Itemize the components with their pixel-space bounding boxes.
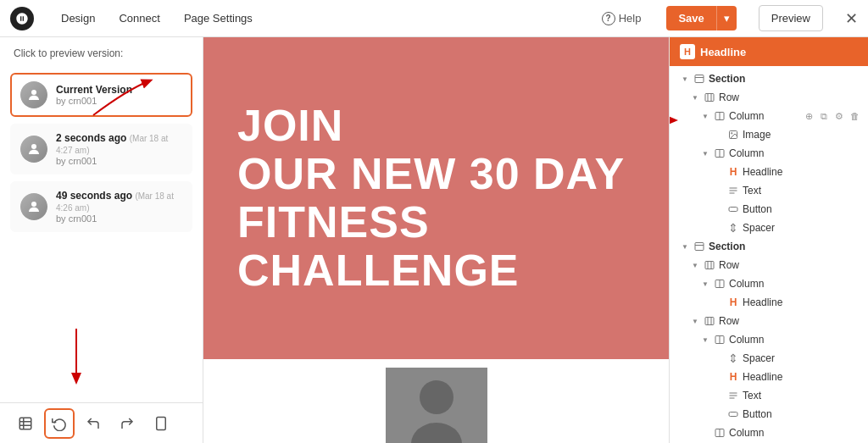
element-tree: ▼ Section ▼ Row ▼ (670, 66, 868, 443)
preview-button[interactable]: Preview (759, 5, 823, 31)
close-button[interactable]: ✕ (845, 9, 858, 28)
tree-headline-3[interactable]: H Headline (670, 368, 868, 386)
tree-image-1[interactable]: Image (670, 125, 868, 144)
topbar: Design Connect Page Settings ? Help Save… (0, 0, 868, 37)
redo-button[interactable] (112, 408, 142, 439)
tree-col-4[interactable]: ▼ Column (670, 330, 868, 349)
svg-point-10 (420, 380, 453, 414)
version-by-current: by crn001 (56, 96, 182, 106)
svg-rect-3 (19, 418, 31, 429)
save-dropdown-button[interactable]: ▾ (716, 6, 737, 30)
svg-rect-34 (705, 318, 714, 325)
history-button[interactable] (44, 408, 75, 439)
tree-spacer-1[interactable]: ⇕ Spacer (670, 219, 868, 237)
svg-point-2 (31, 202, 36, 207)
tree-headline-2[interactable]: H Headline (670, 293, 868, 312)
headline-1-label: Headline (743, 166, 861, 178)
tree-row-2[interactable]: ▼ Row (670, 256, 868, 274)
nav-page-settings[interactable]: Page Settings (174, 7, 263, 30)
undo-icon (86, 416, 101, 431)
col-icon-4 (713, 333, 726, 346)
center-canvas: ‹ JOIN OUR NEW 30 DAY FITNESS CHALLENGE (203, 37, 669, 443)
person-image (386, 368, 487, 443)
tree-col-2[interactable]: ▼ Column (670, 144, 868, 163)
version-item-3[interactable]: 49 seconds ago (Mar 18 at 4:26 am) by cr… (10, 181, 192, 232)
col-2-label: Column (729, 147, 861, 159)
col-1-actions: ⊕ ⧉ ⚙ 🗑 (802, 109, 861, 123)
top-nav: Design Connect Page Settings (51, 7, 263, 30)
preview-header: Click to preview version: (0, 37, 203, 66)
add-icon[interactable]: ⊕ (802, 109, 815, 123)
svg-rect-29 (705, 262, 714, 269)
image-icon (726, 128, 740, 141)
h-icon-2: H (726, 296, 740, 309)
mobile-icon (153, 416, 169, 431)
version-by-2: by crn001 (56, 156, 182, 166)
avatar-2 (20, 136, 47, 163)
version-info-3: 49 seconds ago (Mar 18 at 4:26 am) by cr… (56, 190, 182, 224)
svg-rect-26 (729, 208, 737, 212)
col-1-label: Column (729, 110, 802, 122)
panel-header-label: Headline (700, 46, 746, 58)
headline-2-label: Headline (743, 296, 861, 308)
delete-icon[interactable]: 🗑 (848, 109, 861, 123)
button-icon-1 (726, 202, 740, 216)
row-3-label: Row (719, 315, 861, 327)
layers-icon (18, 416, 33, 431)
nav-design[interactable]: Design (51, 7, 105, 30)
button-1-label: Button (743, 203, 861, 215)
tree-headline-1[interactable]: H Headline (670, 163, 868, 181)
col-icon-2 (713, 147, 726, 160)
avatar-current (20, 81, 47, 108)
tree-row-3[interactable]: ▼ Row (670, 312, 868, 330)
tree-button-1[interactable]: Button (670, 200, 868, 219)
version-name-current: Current Version (56, 84, 182, 96)
text-1-label: Text (743, 185, 861, 197)
mobile-button[interactable] (146, 408, 176, 439)
app-logo[interactable] (10, 7, 34, 30)
redo-icon (120, 416, 135, 431)
tree-col-1[interactable]: ▼ Column ⊕ ⧉ ⚙ 🗑 (670, 107, 868, 125)
copy-icon[interactable]: ⧉ (817, 109, 831, 123)
col-icon-3 (713, 277, 726, 291)
tree-section-2[interactable]: ▼ Section (670, 237, 868, 256)
version-name-2: 2 seconds ago (Mar 18 at 4:27 am) (56, 132, 182, 156)
nav-connect[interactable]: Connect (108, 7, 170, 30)
spacer-icon-2: ⇕ (726, 352, 740, 365)
version-item-current[interactable]: Current Version by crn001 (10, 73, 192, 117)
version-info-2: 2 seconds ago (Mar 18 at 4:27 am) by crn… (56, 132, 182, 166)
help-button[interactable]: ? Help (602, 12, 642, 25)
image-label: Image (743, 129, 861, 141)
text-icon-2 (726, 389, 740, 402)
tree-section-1[interactable]: ▼ Section (670, 69, 868, 88)
section-icon-1 (693, 72, 706, 86)
save-button[interactable]: Save (666, 6, 715, 30)
version-item-2[interactable]: 2 seconds ago (Mar 18 at 4:27 am) by crn… (10, 124, 192, 174)
history-icon (52, 416, 67, 431)
tree-button-2[interactable]: Button (670, 405, 868, 424)
chevron-col-1: ▼ (700, 113, 710, 120)
button-icon-2 (726, 407, 740, 421)
col-icon-1 (713, 109, 726, 123)
spacer-1-label: Spacer (743, 222, 861, 234)
settings-icon[interactable]: ⚙ (832, 109, 846, 123)
col-icon-5 (713, 426, 726, 440)
version-name-3: 49 seconds ago (Mar 18 at 4:26 am) (56, 190, 182, 213)
chevron-col-2: ▼ (700, 150, 710, 158)
tree-text-2[interactable]: Text (670, 386, 868, 405)
text-2-label: Text (743, 390, 861, 401)
tree-row-1[interactable]: ▼ Row (670, 88, 868, 107)
version-info-current: Current Version by crn001 (56, 84, 182, 106)
tree-col-3[interactable]: ▼ Column (670, 274, 868, 293)
avatar-3 (20, 193, 47, 220)
chevron-section-1: ▼ (680, 75, 690, 83)
row-2-label: Row (719, 259, 861, 271)
undo-button[interactable] (78, 408, 108, 439)
col-4-label: Column (729, 334, 861, 346)
tree-spacer-2[interactable]: ⇕ Spacer (670, 349, 868, 368)
row-icon-2 (703, 258, 716, 272)
layers-button[interactable] (10, 408, 41, 439)
tree-col-5[interactable]: Column (670, 424, 868, 442)
svg-rect-14 (705, 94, 714, 102)
tree-text-1[interactable]: Text (670, 181, 868, 200)
